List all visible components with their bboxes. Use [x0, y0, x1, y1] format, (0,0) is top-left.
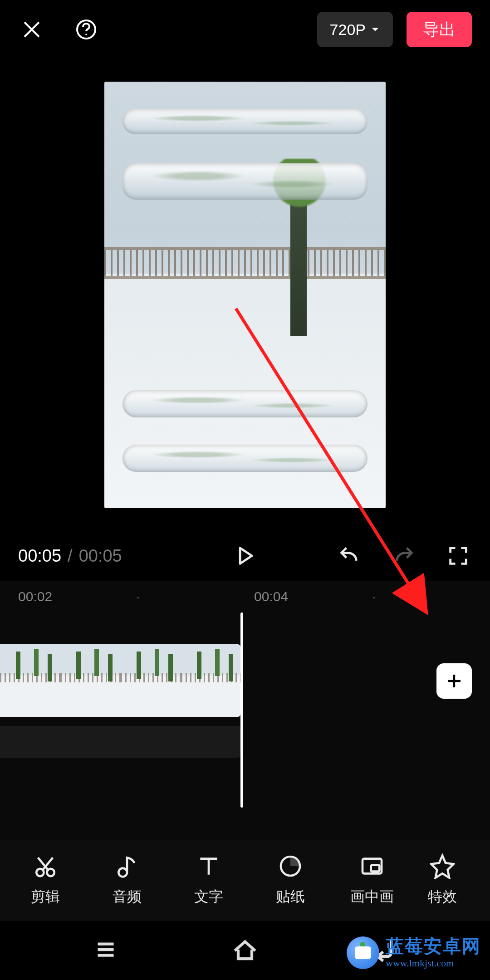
close-button[interactable]	[18, 16, 45, 43]
ruler-tick-dot: ·	[136, 589, 254, 604]
scissors-icon	[33, 853, 58, 879]
tool-label: 音频	[113, 887, 142, 907]
bottom-toolbar: 剪辑 音频 文字 贴纸 画中画 特效	[0, 839, 490, 921]
redo-button[interactable]	[390, 542, 417, 569]
total-time: 00:05	[79, 546, 122, 566]
playback-controls: 00:05 / 00:05	[0, 531, 490, 581]
video-clip[interactable]	[0, 644, 240, 717]
timeline-ruler: 00:02 · 00:04 ·	[0, 581, 490, 612]
plus-icon	[445, 671, 464, 691]
svg-point-5	[118, 868, 127, 877]
tool-label: 文字	[194, 887, 223, 907]
add-clip-button[interactable]	[436, 663, 472, 699]
play-icon	[233, 544, 257, 568]
home-icon	[231, 936, 259, 963]
close-icon	[21, 19, 43, 40]
watermark-url: www.lmkjst.com	[386, 958, 481, 968]
tool-pip[interactable]: 画中画	[331, 853, 413, 907]
watermark-logo-icon	[347, 936, 379, 969]
time-display: 00:05 / 00:05	[18, 546, 122, 566]
watermark-title: 蓝莓安卓网	[386, 937, 481, 956]
tool-effects[interactable]: 特效	[413, 853, 472, 907]
tool-edit[interactable]: 剪辑	[5, 853, 86, 907]
svg-point-4	[47, 869, 54, 876]
video-preview[interactable]	[104, 82, 386, 508]
sticker-icon	[278, 853, 303, 879]
svg-rect-8	[371, 865, 380, 872]
export-button[interactable]: 导出	[407, 12, 472, 47]
tool-audio[interactable]: 音频	[86, 853, 168, 907]
time-separator: /	[68, 546, 73, 566]
svg-point-1	[85, 34, 87, 35]
audio-track[interactable]	[0, 726, 240, 758]
current-time: 00:05	[18, 546, 61, 566]
track-area[interactable]	[0, 612, 490, 808]
music-note-icon	[114, 853, 140, 879]
nav-menu-button[interactable]	[92, 936, 119, 965]
text-icon	[196, 853, 221, 879]
resolution-label: 720P	[330, 21, 366, 39]
help-icon	[75, 19, 97, 40]
tool-label: 贴纸	[276, 887, 305, 907]
chevron-down-icon	[370, 24, 380, 34]
pip-icon	[359, 853, 385, 879]
preview-area	[0, 59, 490, 531]
ruler-tick-dot: ·	[372, 589, 490, 604]
svg-point-3	[36, 869, 44, 876]
menu-icon	[92, 936, 119, 963]
editor-header: 720P 导出	[0, 0, 490, 59]
help-button[interactable]	[73, 16, 100, 43]
play-button[interactable]	[231, 542, 259, 569]
fullscreen-icon	[446, 544, 470, 568]
tool-label: 剪辑	[31, 887, 60, 907]
tool-label: 画中画	[350, 887, 394, 907]
tool-sticker[interactable]: 贴纸	[250, 853, 331, 907]
undo-icon	[338, 544, 361, 568]
export-label: 导出	[423, 19, 456, 41]
playhead[interactable]	[240, 612, 243, 808]
nav-home-button[interactable]	[231, 936, 259, 965]
resolution-dropdown[interactable]: 720P	[317, 12, 393, 47]
watermark: 蓝莓安卓网 www.lmkjst.com	[347, 936, 481, 969]
undo-button[interactable]	[336, 542, 363, 569]
star-icon	[430, 853, 455, 879]
tool-text[interactable]: 文字	[168, 853, 250, 907]
ruler-tick-label: 00:04	[254, 589, 372, 604]
redo-icon	[392, 544, 416, 568]
fullscreen-button[interactable]	[445, 542, 472, 569]
ruler-tick-label: 00:02	[18, 589, 136, 604]
tool-label: 特效	[428, 887, 457, 907]
